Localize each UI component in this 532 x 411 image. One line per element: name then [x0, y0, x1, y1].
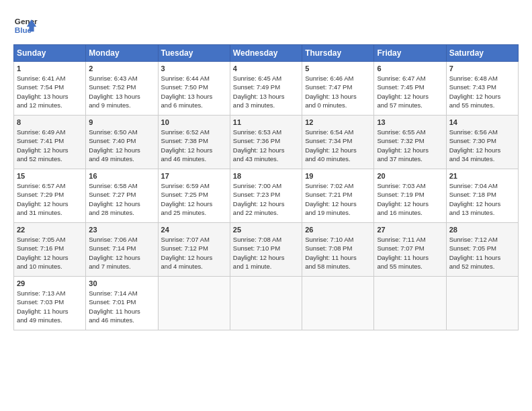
calendar-day-18: 18Sunrise: 7:00 AMSunset: 7:23 PMDayligh…: [230, 169, 302, 223]
calendar-empty-cell: [446, 277, 518, 330]
calendar-day-14: 14Sunrise: 6:56 AMSunset: 7:30 PMDayligh…: [446, 116, 518, 169]
calendar-day-23: 23Sunrise: 7:06 AMSunset: 7:14 PMDayligh…: [86, 223, 158, 277]
calendar-day-5: 5Sunrise: 6:46 AMSunset: 7:47 PMDaylight…: [302, 62, 374, 116]
calendar-empty-cell: [302, 277, 374, 330]
calendar-day-30: 30Sunrise: 7:14 AMSunset: 7:01 PMDayligh…: [86, 277, 158, 330]
day-header-monday: Monday: [86, 45, 158, 62]
calendar-day-19: 19Sunrise: 7:02 AMSunset: 7:21 PMDayligh…: [302, 169, 374, 223]
calendar-day-13: 13Sunrise: 6:55 AMSunset: 7:32 PMDayligh…: [374, 116, 446, 169]
calendar-day-7: 7Sunrise: 6:48 AMSunset: 7:43 PMDaylight…: [446, 62, 518, 116]
calendar-week-2: 8Sunrise: 6:49 AMSunset: 7:41 PMDaylight…: [14, 116, 519, 169]
calendar-table: SundayMondayTuesdayWednesdayThursdayFrid…: [13, 44, 519, 330]
calendar-day-25: 25Sunrise: 7:08 AMSunset: 7:10 PMDayligh…: [230, 223, 302, 277]
calendar-day-28: 28Sunrise: 7:12 AMSunset: 7:05 PMDayligh…: [446, 223, 518, 277]
day-header-saturday: Saturday: [446, 45, 518, 62]
logo: General Blue: [13, 13, 38, 38]
day-header-friday: Friday: [374, 45, 446, 62]
calendar-day-16: 16Sunrise: 6:58 AMSunset: 7:27 PMDayligh…: [86, 169, 158, 223]
calendar-day-27: 27Sunrise: 7:11 AMSunset: 7:07 PMDayligh…: [374, 223, 446, 277]
calendar-header-row: SundayMondayTuesdayWednesdayThursdayFrid…: [14, 45, 519, 62]
calendar-day-3: 3Sunrise: 6:44 AMSunset: 7:50 PMDaylight…: [158, 62, 230, 116]
calendar-day-15: 15Sunrise: 6:57 AMSunset: 7:29 PMDayligh…: [14, 169, 86, 223]
calendar-day-21: 21Sunrise: 7:04 AMSunset: 7:18 PMDayligh…: [446, 169, 518, 223]
calendar-day-2: 2Sunrise: 6:43 AMSunset: 7:52 PMDaylight…: [86, 62, 158, 116]
calendar-empty-cell: [374, 277, 446, 330]
calendar-day-20: 20Sunrise: 7:03 AMSunset: 7:19 PMDayligh…: [374, 169, 446, 223]
calendar-empty-cell: [230, 277, 302, 330]
page-header: General Blue: [13, 13, 519, 38]
calendar-day-9: 9Sunrise: 6:50 AMSunset: 7:40 PMDaylight…: [86, 116, 158, 169]
calendar-day-1: 1Sunrise: 6:41 AMSunset: 7:54 PMDaylight…: [14, 62, 86, 116]
day-header-wednesday: Wednesday: [230, 45, 302, 62]
calendar-day-29: 29Sunrise: 7:13 AMSunset: 7:03 PMDayligh…: [14, 277, 86, 330]
calendar-week-3: 15Sunrise: 6:57 AMSunset: 7:29 PMDayligh…: [14, 169, 519, 223]
day-header-sunday: Sunday: [14, 45, 86, 62]
calendar-day-26: 26Sunrise: 7:10 AMSunset: 7:08 PMDayligh…: [302, 223, 374, 277]
calendar-week-1: 1Sunrise: 6:41 AMSunset: 7:54 PMDaylight…: [14, 62, 519, 116]
calendar-body: 1Sunrise: 6:41 AMSunset: 7:54 PMDaylight…: [14, 62, 519, 330]
calendar-day-6: 6Sunrise: 6:47 AMSunset: 7:45 PMDaylight…: [374, 62, 446, 116]
calendar-week-4: 22Sunrise: 7:05 AMSunset: 7:16 PMDayligh…: [14, 223, 519, 277]
calendar-empty-cell: [158, 277, 230, 330]
calendar-day-24: 24Sunrise: 7:07 AMSunset: 7:12 PMDayligh…: [158, 223, 230, 277]
day-header-thursday: Thursday: [302, 45, 374, 62]
calendar-day-10: 10Sunrise: 6:52 AMSunset: 7:38 PMDayligh…: [158, 116, 230, 169]
calendar-week-5: 29Sunrise: 7:13 AMSunset: 7:03 PMDayligh…: [14, 277, 519, 330]
calendar-day-8: 8Sunrise: 6:49 AMSunset: 7:41 PMDaylight…: [14, 116, 86, 169]
calendar-day-4: 4Sunrise: 6:45 AMSunset: 7:49 PMDaylight…: [230, 62, 302, 116]
calendar-day-11: 11Sunrise: 6:53 AMSunset: 7:36 PMDayligh…: [230, 116, 302, 169]
logo-icon: General Blue: [13, 13, 38, 38]
day-header-tuesday: Tuesday: [158, 45, 230, 62]
calendar-day-12: 12Sunrise: 6:54 AMSunset: 7:34 PMDayligh…: [302, 116, 374, 169]
calendar-day-22: 22Sunrise: 7:05 AMSunset: 7:16 PMDayligh…: [14, 223, 86, 277]
calendar-day-17: 17Sunrise: 6:59 AMSunset: 7:25 PMDayligh…: [158, 169, 230, 223]
